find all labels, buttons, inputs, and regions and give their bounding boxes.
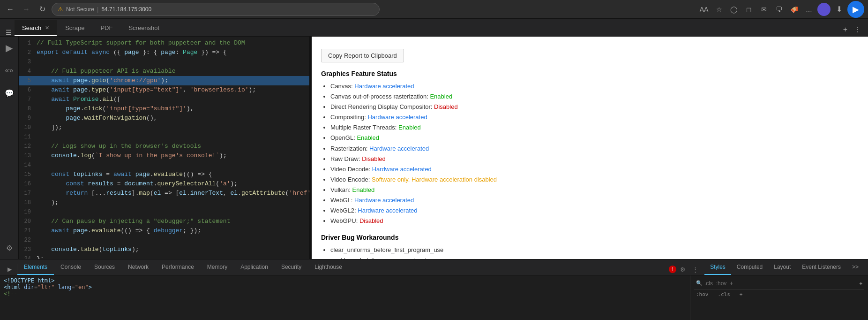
url-text[interactable]: 54.71.184.175:3000	[101, 6, 151, 13]
code-line-20: 20 // Can pause by injecting a "debugger…	[19, 217, 309, 226]
devtools-settings-button[interactable]: ⚙	[677, 264, 688, 275]
devtools-styles-panel: 🔍 ✚ :hov .cls +	[690, 275, 868, 320]
font-size-button[interactable]: AA	[697, 3, 711, 16]
not-secure-label: Not Secure	[66, 6, 94, 13]
favorites-button[interactable]: ✉	[757, 3, 771, 16]
sidebar-icon-settings[interactable]: ⚙	[2, 240, 17, 255]
tab-actions: + ⋮	[839, 23, 864, 36]
tab-screenshot-label: Screenshot	[128, 24, 159, 31]
tab-bar: ☰ Search ✕ Scrape PDF Screenshot + ⋮	[0, 19, 868, 37]
more-button[interactable]: …	[802, 3, 816, 16]
code-line-22: 22	[19, 236, 309, 245]
devtools-tab-console[interactable]: Console	[54, 260, 88, 275]
list-item: Video Decode: Hardware accelerated	[330, 164, 859, 175]
warning-icon: ⚠	[58, 6, 63, 13]
devtools-tab-sources[interactable]: Sources	[88, 260, 121, 275]
devtools-actions: 1 ⚙ ⋮	[667, 264, 703, 275]
html-line-3: <!--	[4, 290, 686, 297]
profile-button[interactable]	[817, 3, 831, 16]
sidebar-icon-pointer[interactable]: ▶	[2, 40, 17, 55]
html-line-2: <html dir="ltr" lang="en">	[4, 284, 686, 290]
html-line-1: <!DOCTYPE html>	[4, 277, 686, 284]
forward-button[interactable]: →	[20, 3, 33, 16]
back-button[interactable]: ←	[4, 3, 17, 16]
list-item: WebGL: Hardware accelerated	[330, 195, 859, 206]
code-line-7: 7 await Promise.all([	[19, 95, 309, 104]
list-item: Canvas: Hardware accelerated	[330, 81, 859, 91]
devtools-toolbar: ▶	[2, 264, 17, 275]
list-item: Vulkan: Enabled	[330, 185, 859, 195]
tab-pdf[interactable]: PDF	[93, 20, 120, 36]
bookmark-button[interactable]: ☆	[712, 3, 726, 16]
devtools-tab-application[interactable]: Application	[234, 260, 275, 275]
devtools-right-tab-computed[interactable]: Computed	[731, 260, 768, 275]
list-item: clear_uniforms_before_first_program_use	[330, 245, 859, 255]
split-view-button[interactable]: ◻	[742, 3, 756, 16]
extensions-button[interactable]: 🪗	[787, 3, 801, 16]
list-item: Multiple Raster Threads: Enabled	[330, 122, 859, 133]
list-item: Compositing: Hardware accelerated	[330, 112, 859, 122]
devtools-panel: ▶ Elements Console Sources Network Perfo…	[0, 259, 868, 320]
sidebar-icon-code[interactable]: «»	[2, 63, 17, 78]
browser-view: Copy Report to Clipboard Graphics Featur…	[312, 37, 868, 259]
devtools-right-tabs: Styles Computed Layout Event Listeners >…	[703, 260, 866, 275]
code-line-19: 19	[19, 207, 309, 217]
devtools-inspect-button[interactable]: ▶	[4, 264, 15, 275]
list-item: WebGPU: Disabled	[330, 216, 859, 226]
code-line-23: 23 console.table(topLinks);	[19, 245, 309, 254]
more-tabs-button[interactable]: ⋮	[851, 23, 864, 36]
collections-button[interactable]: 🗨	[772, 3, 786, 16]
tab-search[interactable]: Search ✕	[15, 20, 57, 36]
devtools-tab-elements[interactable]: Elements	[17, 260, 54, 275]
code-line-21: 21 await page.evaluate(() => { debugger;…	[19, 226, 309, 236]
devtools-more-button[interactable]: ⋮	[689, 264, 701, 275]
code-line-9: 9 page.waitForNavigation(),	[19, 114, 309, 123]
devtools-tab-lighthouse[interactable]: Lighthouse	[308, 260, 349, 275]
devtools-tab-memory[interactable]: Memory	[201, 260, 234, 275]
new-tab-button[interactable]: +	[839, 23, 851, 36]
list-item: Direct Rendering Display Compositor: Dis…	[330, 102, 859, 112]
download-button[interactable]: ⬇	[832, 3, 846, 16]
tab-screenshot[interactable]: Screenshot	[121, 20, 167, 36]
code-line-6: 6 await page.type('input[type="text"]', …	[19, 85, 309, 95]
tab-scrape-label: Scrape	[65, 24, 84, 31]
devtools-tab-bar: ▶ Elements Console Sources Network Perfo…	[0, 259, 868, 275]
devtools-html-panel: <!DOCTYPE html> <html dir="ltr" lang="en…	[0, 275, 690, 320]
devtools-right-tab-event-listeners[interactable]: Event Listeners	[796, 260, 846, 275]
reader-mode-button[interactable]: ◯	[727, 3, 741, 16]
code-line-24: 24 };	[19, 254, 309, 259]
tab-search-close[interactable]: ✕	[45, 25, 49, 31]
run-button[interactable]: ▶	[847, 1, 864, 18]
devtools-tab-network[interactable]: Network	[121, 260, 155, 275]
list-item: enable_webgl_timer_query_extensions	[330, 255, 859, 259]
editor-content[interactable]: 1 // Full TypeScript support for both pu…	[19, 37, 309, 259]
tab-scrape[interactable]: Scrape	[58, 20, 92, 36]
main-area: ▶ «» 💬 ⚙ 1 // Full TypeScript support fo…	[0, 37, 868, 259]
tab-search-label: Search	[22, 24, 41, 31]
sidebar-toggle-icon[interactable]: ☰	[6, 29, 12, 36]
devtools-right-tab-styles[interactable]: Styles	[704, 260, 731, 275]
list-item: WebGL2: Hardware accelerated	[330, 206, 859, 216]
styles-filter-input[interactable]	[704, 280, 857, 287]
list-item: Raw Draw: Disabled	[330, 154, 859, 164]
devtools-tab-security[interactable]: Security	[275, 260, 308, 275]
styles-toggle-icon[interactable]: ✚	[859, 280, 862, 286]
separator: |	[97, 6, 98, 13]
code-line-1: 1 // Full TypeScript support for both pu…	[19, 38, 309, 48]
filter-icon: 🔍	[696, 280, 703, 286]
devtools-right-tab-more[interactable]: >>	[846, 260, 864, 275]
code-line-12: 12 // Logs show up in the browser's devt…	[19, 142, 309, 151]
devtools-right-tab-layout[interactable]: Layout	[768, 260, 796, 275]
error-badge: 1	[669, 266, 676, 273]
graphics-section-title: Graphics Feature Status	[321, 70, 859, 77]
reload-button[interactable]: ↻	[36, 3, 49, 16]
copy-report-button[interactable]: Copy Report to Clipboard	[321, 49, 404, 62]
code-line-3: 3	[19, 57, 309, 67]
devtools-tab-performance[interactable]: Performance	[155, 260, 201, 275]
code-line-17: 17 return [...results].map(el => [el.inn…	[19, 189, 309, 198]
code-line-16: 16 const results = document.querySelecto…	[19, 179, 309, 189]
tab-pdf-label: PDF	[100, 24, 112, 31]
styles-filter-hint: :hov .cls +	[694, 290, 864, 299]
sidebar-icon-chat[interactable]: 💬	[2, 85, 17, 100]
code-line-13: 13 console.log(`I show up in the page's …	[19, 151, 309, 160]
